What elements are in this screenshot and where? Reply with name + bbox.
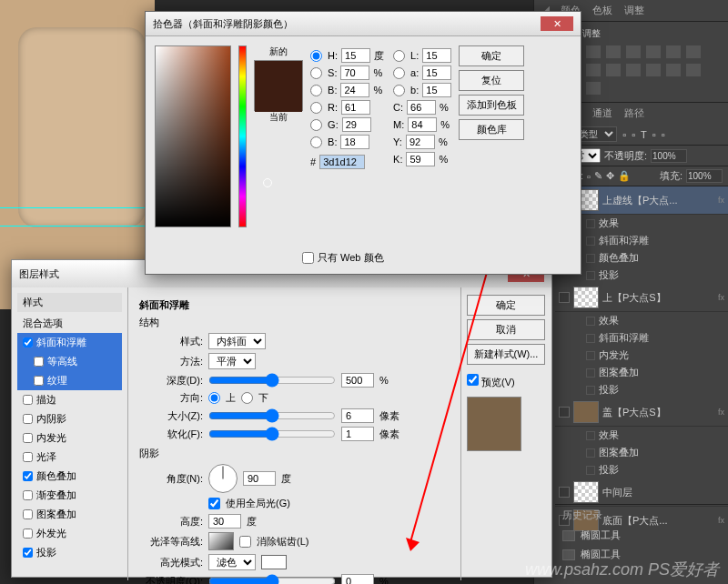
lock-icon[interactable]: ✥ [606, 170, 614, 182]
style-item[interactable]: 纹理 [17, 371, 122, 390]
a-input[interactable] [422, 65, 451, 80]
contour-picker[interactable] [208, 532, 234, 550]
g-input[interactable] [342, 117, 371, 132]
tab-channels[interactable]: 通道 [592, 107, 612, 118]
style-check[interactable] [23, 529, 33, 539]
style-item[interactable]: 图案叠加 [17, 505, 122, 524]
l-radio[interactable] [393, 50, 405, 62]
hl-color-swatch[interactable] [261, 555, 287, 569]
fill-input[interactable] [686, 169, 723, 183]
h-input[interactable] [341, 48, 370, 63]
hue-slider[interactable] [238, 45, 247, 227]
visibility-icon[interactable] [559, 487, 570, 498]
style-item[interactable]: 等高线 [17, 352, 122, 371]
style-check[interactable] [23, 490, 33, 500]
m-input[interactable] [408, 117, 437, 132]
hl-op-slider[interactable] [208, 574, 336, 584]
style-check[interactable] [23, 471, 33, 481]
dir-down-radio[interactable] [241, 392, 253, 404]
lab-b-radio[interactable] [393, 85, 405, 96]
opacity-input[interactable] [651, 149, 687, 163]
c-input[interactable] [407, 100, 436, 115]
adj-icon[interactable] [606, 45, 621, 58]
visibility-icon[interactable] [586, 351, 595, 360]
visibility-icon[interactable] [586, 237, 595, 246]
angle-dial[interactable] [208, 464, 238, 493]
bb-input[interactable] [340, 135, 369, 149]
filter-icon[interactable]: ▫ [652, 129, 656, 140]
tab-history[interactable]: 历史记录 [562, 509, 602, 520]
close-icon[interactable]: ✕ [541, 16, 573, 31]
s-radio[interactable] [310, 67, 322, 79]
lock-icon[interactable]: ▫ [587, 171, 591, 182]
lock-icon[interactable]: 🔒 [618, 170, 631, 182]
h-radio[interactable] [310, 50, 322, 62]
b-radio[interactable] [310, 85, 322, 96]
ok-button[interactable]: 确定 [459, 45, 524, 66]
web-only-check[interactable] [302, 252, 314, 264]
visibility-icon[interactable] [586, 386, 595, 395]
alt-input[interactable] [208, 514, 241, 529]
l-input[interactable] [422, 48, 451, 63]
tab-paths[interactable]: 路径 [624, 107, 644, 118]
visibility-icon[interactable] [586, 254, 595, 263]
hex-input[interactable] [319, 155, 365, 169]
style-item[interactable]: 外发光 [17, 524, 122, 543]
y-input[interactable] [406, 135, 435, 149]
style-item[interactable]: 光泽 [17, 448, 122, 467]
effect-item[interactable]: 效果 [586, 427, 728, 444]
visibility-icon[interactable] [559, 407, 570, 418]
g-radio[interactable] [310, 119, 322, 131]
effect-item[interactable]: 投影 [586, 381, 728, 398]
angle-input[interactable] [243, 471, 276, 486]
visibility-icon[interactable] [586, 368, 595, 378]
style-item[interactable]: 颜色叠加 [17, 467, 122, 486]
hl-op-input[interactable] [341, 574, 374, 584]
new-style-button[interactable]: 新建样式(W)... [467, 344, 545, 365]
size-slider[interactable] [208, 408, 336, 423]
adj-icon[interactable] [686, 45, 701, 58]
lock-icon[interactable]: ✎ [594, 170, 602, 182]
soft-slider[interactable] [208, 427, 336, 441]
filter-icon[interactable]: ▫ [632, 129, 635, 140]
adj-icon[interactable] [606, 64, 621, 76]
filter-icon[interactable]: ▫ [622, 129, 626, 140]
style-check[interactable] [23, 395, 33, 405]
effect-item[interactable]: 投影 [586, 267, 728, 284]
r-radio[interactable] [310, 102, 322, 114]
adj-icon[interactable] [666, 45, 681, 58]
depth-input[interactable] [341, 373, 374, 388]
style-item[interactable]: 内阴影 [17, 409, 122, 428]
style-check[interactable] [23, 509, 33, 519]
hl-mode-select[interactable]: 滤色 [208, 554, 256, 570]
filter-icon[interactable]: ▫ [662, 129, 665, 140]
style-item[interactable]: 描边 [17, 390, 122, 409]
tab-swatches[interactable]: 色板 [592, 5, 612, 15]
adj-icon[interactable] [586, 82, 601, 95]
b-input[interactable] [340, 83, 369, 97]
fx-badge[interactable]: fx [718, 293, 724, 302]
style-item[interactable]: 内发光 [17, 428, 122, 448]
global-light-check[interactable] [208, 498, 220, 509]
effect-item[interactable]: 效果 [586, 312, 728, 329]
depth-slider[interactable] [208, 373, 336, 388]
k-input[interactable] [406, 152, 435, 166]
s-input[interactable] [340, 65, 369, 80]
saturation-field[interactable] [155, 45, 231, 227]
visibility-icon[interactable] [586, 317, 595, 326]
effect-item[interactable]: 斜面和浮雕 [586, 232, 728, 249]
r-input[interactable] [341, 100, 370, 115]
ok-button[interactable]: 确定 [467, 295, 545, 316]
soft-input[interactable] [341, 427, 374, 441]
style-item[interactable]: 斜面和浮雕 [17, 333, 122, 352]
fx-badge[interactable]: fx [718, 196, 724, 205]
adj-icon[interactable] [666, 64, 681, 76]
color-lib-button[interactable]: 颜色库 [459, 119, 524, 140]
visibility-icon[interactable] [586, 271, 595, 280]
visibility-icon[interactable] [559, 292, 570, 303]
cancel-button[interactable]: 取消 [467, 319, 545, 340]
adj-icon[interactable] [586, 64, 601, 76]
dir-up-radio[interactable] [208, 392, 220, 404]
adj-icon[interactable] [686, 64, 701, 76]
layer-row[interactable]: 盖【P大点S】fx [555, 398, 728, 427]
